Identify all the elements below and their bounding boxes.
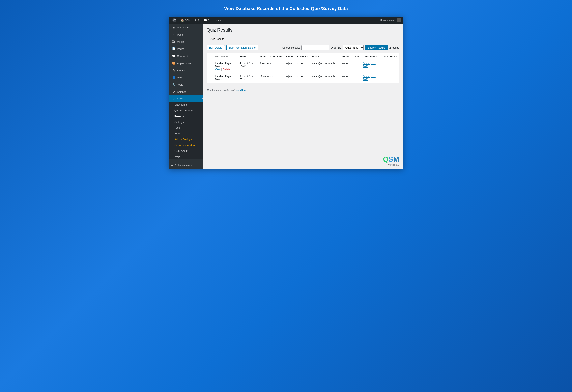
sidebar-item-dashboard[interactable]: ⊞ Dashboard [169, 24, 203, 31]
row1-delete-link[interactable]: Delete [223, 68, 230, 71]
sidebar-item-pages-label: Pages [177, 47, 184, 50]
row2-time-to-complete-cell: 12 seconds [258, 73, 284, 83]
sidebar-item-posts-label: Posts [177, 33, 184, 36]
qsm-submenu-settings[interactable]: Settings [169, 119, 203, 125]
sidebar-item-users[interactable]: 👤 Users [169, 74, 203, 81]
row2-email: sajan@expresstech.io [312, 75, 337, 78]
sidebar-item-plugins[interactable]: 🔌 Plugins [169, 67, 203, 74]
qsm-submenu-dashboard[interactable]: Dashboard [169, 102, 203, 108]
dashboard-icon: ⊞ [172, 26, 175, 29]
row1-time-to-complete-cell: 8 seconds [258, 60, 284, 73]
row1-time-taken[interactable]: January 11, 2021 [363, 62, 376, 68]
plugins-icon: 🔌 [172, 68, 175, 72]
table-header-ip-address: IP Address [382, 53, 399, 60]
row1-quiz-name: Landing Page Demo. [215, 62, 231, 68]
sidebar-item-tools[interactable]: 🔧 Tools [169, 81, 203, 88]
wp-body: ⊞ Dashboard ✎ Posts 🖼 Media 📄 Pages 💬 Co… [169, 24, 403, 169]
content-area: Quiz Results Quiz Results Bulk Delete Bu… [203, 24, 403, 169]
search-results-button[interactable]: Search Results [365, 45, 388, 50]
row2-business-cell: None [295, 73, 310, 83]
sidebar-item-tools-label: Tools [177, 83, 183, 86]
bulk-delete-button[interactable]: Bulk Delete [207, 45, 225, 50]
admin-bar: W 🏠 QSM ↻ 2 💬 0 + New Howdy, sajan [169, 17, 403, 24]
select-all-checkbox[interactable] [208, 55, 211, 57]
qsm-logo-area: QSM Version 5.6 [383, 155, 399, 166]
search-results-input[interactable] [302, 45, 329, 50]
sidebar-item-appearance[interactable]: 🎨 Appearance [169, 60, 203, 67]
footer-text: Thank you for creating with [207, 89, 235, 92]
qsm-submenu-help[interactable]: Help [169, 154, 203, 159]
table-header-business: Business [295, 53, 310, 60]
bulk-permanent-delete-button[interactable]: Bulk Permanent Delete [226, 45, 258, 50]
content-footer: Thank you for creating with WordPress. [207, 89, 399, 92]
row1-business: None [297, 62, 303, 65]
row1-email-cell: sajan@expresstech.io [310, 60, 339, 73]
comments-icon: 💬 [204, 19, 207, 22]
row2-checkbox[interactable] [208, 75, 211, 78]
pages-icon: 📄 [172, 47, 175, 51]
sidebar-item-settings[interactable]: ⚙ Settings [169, 88, 203, 95]
sidebar-item-media[interactable]: 🖼 Media [169, 38, 203, 45]
tab-quiz-results[interactable]: Quiz Results [207, 35, 227, 42]
collapse-menu-button[interactable]: ◀ Collapse menu [169, 161, 203, 169]
comments-button[interactable]: 💬 0 [202, 17, 211, 24]
table-header-time-to-complete: Time To Complete [258, 53, 284, 60]
row1-ip-cell: ::1 [382, 60, 399, 73]
table-row: Landing Page Demo. View | Delete 4 out o… [207, 60, 399, 73]
row2-ip: ::1 [384, 75, 387, 78]
new-content-button[interactable]: + New [212, 17, 222, 24]
sidebar-item-posts[interactable]: ✎ Posts [169, 31, 203, 38]
row2-quiz-name-cell: Landing Page Demo. [213, 73, 237, 83]
sidebar-qsm-wrapper: Q QSM [169, 95, 203, 102]
qsm-submenu-stats[interactable]: Stats [169, 131, 203, 136]
qsm-submenu-quizzes[interactable]: Quizzes/Surveys [169, 108, 203, 113]
row1-email: sajan@expresstech.io [312, 62, 337, 65]
search-results-label: Search Results [282, 46, 300, 49]
order-by-label: Order By [331, 46, 341, 49]
wp-logo-button[interactable]: W [171, 17, 178, 24]
row2-quiz-name: Landing Page Demo. [215, 75, 231, 81]
qsm-submenu-results[interactable]: Results [169, 113, 203, 119]
table-header-phone: Phone [339, 53, 351, 60]
row1-separator: | [222, 68, 223, 71]
sidebar-item-users-label: Users [177, 76, 184, 79]
row2-time-taken[interactable]: January 11, 2021 [363, 75, 376, 81]
tools-icon: 🔧 [172, 83, 175, 86]
sidebar-item-pages[interactable]: 📄 Pages [169, 45, 203, 52]
row1-checkbox[interactable] [208, 62, 211, 64]
table-body: Landing Page Demo. View | Delete 4 out o… [207, 60, 399, 83]
qsm-submenu-tools[interactable]: Tools [169, 125, 203, 131]
row2-email-cell: sajan@expresstech.io [310, 73, 339, 83]
comments-count: 0 [208, 19, 209, 22]
sidebar-qsm-section: Q QSM Dashboard Quizzes/Surveys Results … [169, 95, 203, 159]
row1-view-link[interactable]: View [215, 68, 221, 71]
qsm-submenu-free-addon[interactable]: Get a Free Addon! [169, 142, 203, 148]
qsm-logo-s: S [388, 155, 393, 163]
wp-window: W 🏠 QSM ↻ 2 💬 0 + New Howdy, sajan ⊞ Da [169, 17, 403, 169]
sidebar-item-qsm[interactable]: Q QSM [169, 95, 203, 102]
qsm-logo-m: M [393, 155, 399, 163]
row2-user-cell: 1 [351, 73, 361, 83]
row2-checkbox-cell [207, 73, 213, 83]
row1-time-to-complete: 8 seconds [260, 62, 271, 65]
user-menu[interactable]: Howdy, sajan [380, 18, 401, 22]
collapse-label: Collapse menu [175, 164, 192, 167]
table-header: Quiz Name Score Time To Complete Name Bu… [207, 53, 399, 60]
sidebar-item-settings-label: Settings [177, 90, 186, 93]
qsm-logo: QSM [383, 155, 399, 164]
site-name-button[interactable]: 🏠 QSM [179, 17, 192, 24]
wordpress-link[interactable]: WordPress [236, 89, 247, 92]
table-header-email: Email [310, 53, 339, 60]
order-by-select[interactable]: Quiz Name Score Time Taken Name [343, 45, 364, 50]
qsm-submenu-about[interactable]: QSM About [169, 148, 203, 154]
row2-user: 1 [353, 75, 355, 78]
settings-icon: ⚙ [172, 90, 175, 94]
row1-phone-cell: None [339, 60, 351, 73]
media-icon: 🖼 [172, 40, 175, 44]
sidebar-item-dashboard-label: Dashboard [177, 26, 190, 29]
qsm-submenu: Dashboard Quizzes/Surveys Results Settin… [169, 102, 203, 159]
qsm-submenu-addon-settings[interactable]: Addon Settings [169, 136, 203, 142]
updates-button[interactable]: ↻ 2 [193, 17, 201, 24]
sidebar-item-comments[interactable]: 💬 Comments [169, 52, 203, 60]
row2-phone-cell: None [339, 73, 351, 83]
